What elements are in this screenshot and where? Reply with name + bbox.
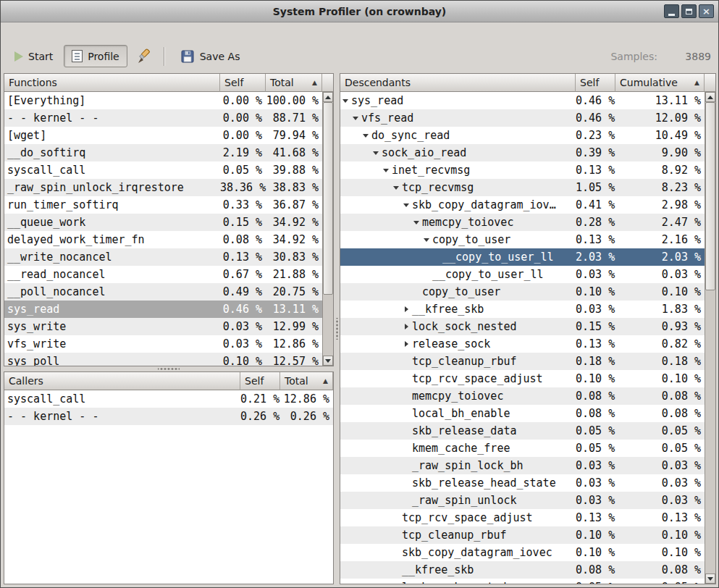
scroll-down-button[interactable] xyxy=(323,356,333,366)
expander-icon[interactable] xyxy=(371,144,381,161)
column-header-self[interactable]: Self xyxy=(576,74,615,92)
scroll-down-button[interactable] xyxy=(705,574,715,584)
descendant-row[interactable]: lock_sock_nested 0.05 % 0.05 % xyxy=(340,579,705,584)
close-button[interactable]: × xyxy=(699,4,714,18)
function-row[interactable]: sys_write 0.03 % 12.99 % xyxy=(4,318,322,335)
expander-icon[interactable] xyxy=(401,474,411,492)
expander-icon[interactable] xyxy=(391,561,401,579)
scrollbar-thumb[interactable] xyxy=(705,102,715,290)
function-row[interactable]: sys_read 0.46 % 13.11 % xyxy=(4,301,322,318)
column-header-total[interactable]: Total▲ xyxy=(266,74,322,92)
descendant-row[interactable]: inet_recvmsg 0.13 % 8.92 % xyxy=(340,161,705,179)
expander-icon[interactable] xyxy=(432,248,442,266)
expander-icon[interactable] xyxy=(411,214,421,231)
column-header-self[interactable]: Self xyxy=(220,74,266,92)
scrollbar-track[interactable] xyxy=(323,102,333,356)
descendant-row[interactable]: vfs_read 0.46 % 12.09 % xyxy=(340,109,705,127)
descendant-row[interactable]: tcp_recvmsg 1.05 % 8.23 % xyxy=(340,179,705,196)
expander-icon[interactable] xyxy=(401,335,411,353)
descendant-row[interactable]: tcp_rcv_space_adjust 0.10 % 0.10 % xyxy=(340,370,705,387)
expander-icon[interactable] xyxy=(401,440,411,457)
function-row[interactable]: _raw_spin_unlock_irqrestore 38.36 % 38.8… xyxy=(4,179,322,196)
column-header-self[interactable]: Self xyxy=(240,372,280,390)
function-row[interactable]: syscall_call 0.05 % 39.88 % xyxy=(4,161,322,179)
descendants-scrollbar[interactable] xyxy=(705,92,715,584)
column-header-callers[interactable]: Callers xyxy=(4,372,240,390)
function-row[interactable]: __poll_nocancel 0.49 % 20.75 % xyxy=(4,283,322,301)
descendant-row[interactable]: sys_read 0.46 % 13.11 % xyxy=(340,92,705,109)
descendant-row[interactable]: lock_sock_nested 0.15 % 0.93 % xyxy=(340,318,705,335)
profile-button[interactable]: Profile xyxy=(64,45,127,67)
descendant-row[interactable]: release_sock 0.13 % 0.82 % xyxy=(340,335,705,353)
descendant-row[interactable]: __copy_to_user_ll 2.03 % 2.03 % xyxy=(340,248,705,266)
scrollbar-thumb[interactable] xyxy=(323,102,333,295)
descendant-row[interactable]: memcpy_toiovec 0.28 % 2.47 % xyxy=(340,214,705,231)
function-row[interactable]: __read_nocancel 0.67 % 21.88 % xyxy=(4,266,322,283)
reset-button[interactable] xyxy=(130,43,156,70)
function-row[interactable]: __queue_work 0.15 % 34.92 % xyxy=(4,214,322,231)
descendant-row[interactable]: skb_release_data 0.05 % 0.05 % xyxy=(340,422,705,440)
column-header-descendants[interactable]: Descendants xyxy=(340,74,576,92)
expander-icon[interactable] xyxy=(391,509,401,526)
expander-icon[interactable] xyxy=(391,544,401,561)
expander-icon[interactable] xyxy=(401,196,411,214)
expander-icon[interactable] xyxy=(391,526,401,544)
column-header-functions[interactable]: Functions xyxy=(4,74,220,92)
descendant-row[interactable]: local_bh_enable 0.08 % 0.08 % xyxy=(340,405,705,422)
expander-icon[interactable] xyxy=(401,422,411,440)
function-row[interactable]: - - kernel - - 0.00 % 88.71 % xyxy=(4,109,322,127)
function-row[interactable]: sys_poll 0.10 % 12.57 % xyxy=(4,353,322,366)
function-row[interactable]: run_timer_softirq 0.33 % 36.87 % xyxy=(4,196,322,214)
expander-icon[interactable] xyxy=(401,492,411,509)
expander-icon[interactable] xyxy=(401,387,411,405)
expander-icon[interactable] xyxy=(350,109,361,127)
descendant-row[interactable]: tcp_cleanup_rbuf 0.10 % 0.10 % xyxy=(340,526,705,544)
descendant-row[interactable]: _raw_spin_lock_bh 0.03 % 0.03 % xyxy=(340,457,705,474)
expander-icon[interactable] xyxy=(401,370,411,387)
expander-icon[interactable] xyxy=(421,231,432,248)
start-button[interactable]: Start xyxy=(7,46,61,67)
expander-icon[interactable] xyxy=(401,405,411,422)
expander-icon[interactable] xyxy=(381,161,391,179)
minimize-button[interactable] xyxy=(664,4,679,18)
expander-icon[interactable] xyxy=(361,127,371,144)
menu-item[interactable] xyxy=(5,30,18,34)
expander-icon[interactable] xyxy=(401,318,411,335)
functions-scrollbar[interactable] xyxy=(322,92,333,366)
column-header-total[interactable]: Total▲ xyxy=(280,372,333,390)
expander-icon[interactable] xyxy=(411,283,421,301)
function-row[interactable]: delayed_work_timer_fn 0.08 % 34.92 % xyxy=(4,231,322,248)
expander-icon[interactable] xyxy=(401,353,411,370)
descendant-row[interactable]: _raw_spin_unlock 0.03 % 0.03 % xyxy=(340,492,705,509)
descendant-row[interactable]: __copy_to_user_ll 0.03 % 0.03 % xyxy=(340,266,705,283)
save-as-button[interactable]: Save As xyxy=(172,44,248,69)
expander-icon[interactable] xyxy=(401,457,411,474)
paned-separator-vertical[interactable] xyxy=(334,73,340,584)
descendant-row[interactable]: tcp_cleanup_rbuf 0.18 % 0.18 % xyxy=(340,353,705,370)
expander-icon[interactable] xyxy=(340,92,350,109)
caller-row[interactable]: syscall_call 0.21 % 12.86 % xyxy=(4,390,333,408)
menu-item[interactable] xyxy=(31,30,44,34)
descendant-row[interactable]: copy_to_user 0.13 % 2.16 % xyxy=(340,231,705,248)
expander-icon[interactable] xyxy=(391,179,401,196)
titlebar[interactable]: System Profiler (on crownbay) × xyxy=(1,1,718,22)
column-header-cumulative[interactable]: Cumulative▲ xyxy=(615,74,705,92)
expander-icon[interactable] xyxy=(421,266,432,283)
scrollbar-track[interactable] xyxy=(705,102,715,574)
descendant-row[interactable]: __kfree_skb 0.03 % 1.83 % xyxy=(340,301,705,318)
descendant-row[interactable]: do_sync_read 0.23 % 10.49 % xyxy=(340,127,705,144)
descendant-row[interactable]: tcp_rcv_space_adjust 0.13 % 0.13 % xyxy=(340,509,705,526)
descendant-row[interactable]: skb_release_head_state 0.03 % 0.03 % xyxy=(340,474,705,492)
function-row[interactable]: vfs_write 0.03 % 12.86 % xyxy=(4,335,322,353)
function-row[interactable]: [Everything] 0.00 % 100.00 % xyxy=(4,92,322,109)
scroll-up-button[interactable] xyxy=(323,92,333,102)
function-row[interactable]: __write_nocancel 0.13 % 30.83 % xyxy=(4,248,322,266)
maximize-button[interactable] xyxy=(681,4,697,18)
descendant-row[interactable]: sock_aio_read 0.39 % 9.90 % xyxy=(340,144,705,161)
descendant-row[interactable]: kmem_cache_free 0.05 % 0.05 % xyxy=(340,440,705,457)
descendant-row[interactable]: memcpy_toiovec 0.08 % 0.08 % xyxy=(340,387,705,405)
paned-separator-horizontal[interactable] xyxy=(4,366,334,371)
menu-item[interactable] xyxy=(18,30,31,34)
expander-icon[interactable] xyxy=(401,301,411,318)
descendant-row[interactable]: skb_copy_datagram_iov… 0.41 % 2.98 % xyxy=(340,196,705,214)
